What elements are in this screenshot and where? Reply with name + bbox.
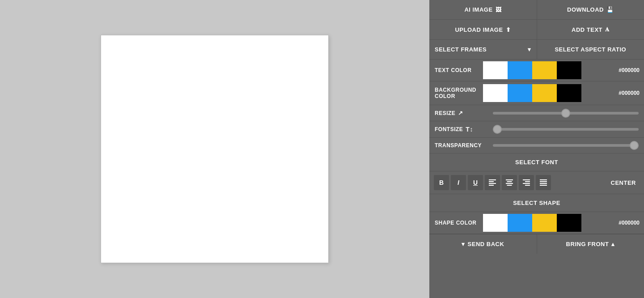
add-text-label: ADD TEXT: [572, 26, 602, 33]
upload-icon: ⬆: [506, 26, 511, 33]
bottom-actions-row: ▾ SEND BACK BRING FRONT ▴: [429, 234, 644, 254]
text-color-row: TEXT COLOR #000000: [429, 60, 644, 81]
shape-color-swatch-white[interactable]: [483, 214, 508, 232]
bg-color-swatch-yellow[interactable]: [532, 84, 557, 102]
bg-color-swatch-blue[interactable]: [508, 84, 532, 102]
bg-color-swatches: [483, 84, 614, 102]
download-label: DOWNLOAD: [567, 6, 604, 13]
transparency-row: TRANSPARENCY: [429, 138, 644, 153]
align-right-button[interactable]: [519, 175, 534, 190]
bg-color-hex: #000000: [614, 90, 644, 96]
ai-image-icon: 🖼: [496, 6, 502, 13]
text-color-swatch-blue[interactable]: [508, 61, 532, 79]
fontsize-icon: T↕: [466, 126, 473, 133]
shape-color-label: SHAPE COLOR: [429, 216, 483, 230]
bg-color-row: BACKGROUND COLOR #000000: [429, 81, 644, 105]
top-actions-row: AI IMAGE 🖼 DOWNLOAD 💾: [429, 0, 644, 20]
bring-front-label: BRING FRONT: [566, 241, 609, 247]
bg-color-swatch-white[interactable]: [483, 84, 508, 102]
svg-rect-9: [525, 181, 530, 182]
resize-label: RESIZE ↗: [435, 110, 488, 116]
bring-front-button[interactable]: BRING FRONT ▴: [537, 234, 644, 254]
shape-color-swatch-yellow[interactable]: [532, 214, 557, 232]
canvas-area: [0, 0, 429, 298]
svg-rect-1: [489, 181, 494, 182]
svg-rect-4: [506, 179, 513, 180]
svg-rect-6: [506, 183, 513, 184]
resize-row: RESIZE ↗: [429, 105, 644, 121]
center-label: CENTER: [607, 179, 640, 186]
svg-rect-8: [523, 179, 530, 180]
bold-button[interactable]: B: [434, 175, 449, 190]
svg-rect-15: [540, 185, 547, 186]
send-back-label: SEND BACK: [468, 241, 504, 247]
upload-addtext-row: UPLOAD IMAGE ⬆ ADD TEXT 𝐀: [429, 20, 644, 40]
select-frames-label: SELECT FRAMES: [435, 46, 487, 53]
bring-front-icon: ▴: [611, 241, 615, 247]
upload-image-button[interactable]: UPLOAD IMAGE ⬆: [429, 20, 537, 39]
bg-color-swatch-black[interactable]: [557, 84, 581, 102]
svg-rect-10: [523, 183, 530, 184]
fontsize-label: FONTSIZE T↕: [435, 126, 488, 133]
select-shape-button[interactable]: SELECT SHAPE: [429, 194, 644, 212]
ai-image-label: AI IMAGE: [464, 6, 492, 13]
svg-rect-13: [540, 181, 547, 182]
fontsize-row: FONTSIZE T↕: [429, 121, 644, 138]
transparency-slider[interactable]: [493, 144, 639, 147]
upload-image-label: UPLOAD IMAGE: [455, 26, 503, 33]
underline-button[interactable]: U: [468, 175, 483, 190]
svg-rect-11: [525, 185, 530, 186]
select-frames-dropdown[interactable]: SELECT FRAMES ▾: [429, 40, 537, 59]
format-row: B I U CENTER: [429, 171, 644, 194]
canvas-board[interactable]: [101, 35, 329, 263]
download-button[interactable]: DOWNLOAD 💾: [537, 0, 644, 19]
svg-rect-7: [507, 185, 512, 186]
shape-color-swatch-black[interactable]: [557, 214, 581, 232]
send-back-button[interactable]: ▾ SEND BACK: [429, 234, 537, 254]
download-icon: 💾: [606, 6, 614, 13]
svg-rect-5: [507, 181, 512, 182]
right-panel: AI IMAGE 🖼 DOWNLOAD 💾 UPLOAD IMAGE ⬆ ADD…: [429, 0, 644, 298]
svg-rect-14: [540, 183, 547, 184]
text-color-hex: #000000: [614, 67, 644, 73]
chevron-down-icon: ▾: [528, 46, 531, 53]
ai-image-button[interactable]: AI IMAGE 🖼: [429, 0, 537, 19]
select-aspect-ratio-button[interactable]: SELECT ASPECT RATIO: [537, 40, 644, 59]
resize-slider[interactable]: [493, 112, 639, 115]
text-color-swatch-white[interactable]: [483, 61, 508, 79]
svg-rect-12: [540, 179, 547, 180]
shape-color-swatches: [483, 214, 614, 232]
italic-button[interactable]: I: [451, 175, 466, 190]
text-color-label: TEXT COLOR: [429, 64, 483, 77]
text-color-swatch-yellow[interactable]: [532, 61, 557, 79]
select-font-button[interactable]: SELECT FONT: [429, 153, 644, 171]
frames-aspect-row: SELECT FRAMES ▾ SELECT ASPECT RATIO: [429, 40, 644, 60]
svg-rect-2: [489, 183, 496, 184]
select-aspect-label: SELECT ASPECT RATIO: [555, 46, 626, 53]
transparency-label: TRANSPARENCY: [435, 142, 488, 149]
resize-icon: ↗: [458, 110, 463, 116]
add-text-button[interactable]: ADD TEXT 𝐀: [537, 20, 644, 39]
svg-rect-0: [489, 179, 496, 180]
justify-button[interactable]: [536, 175, 551, 190]
send-back-icon: ▾: [462, 241, 465, 247]
text-color-swatch-black[interactable]: [557, 61, 581, 79]
svg-rect-3: [489, 185, 494, 186]
fontsize-slider[interactable]: [493, 128, 639, 131]
text-color-swatches: [483, 61, 614, 79]
shape-color-hex: #000000: [614, 220, 644, 226]
bg-color-label: BACKGROUND COLOR: [429, 83, 483, 103]
align-left-button[interactable]: [485, 175, 500, 190]
shape-color-row: SHAPE COLOR #000000: [429, 212, 644, 234]
add-text-icon: 𝐀: [605, 26, 610, 33]
shape-color-swatch-blue[interactable]: [508, 214, 532, 232]
align-center-button[interactable]: [502, 175, 517, 190]
